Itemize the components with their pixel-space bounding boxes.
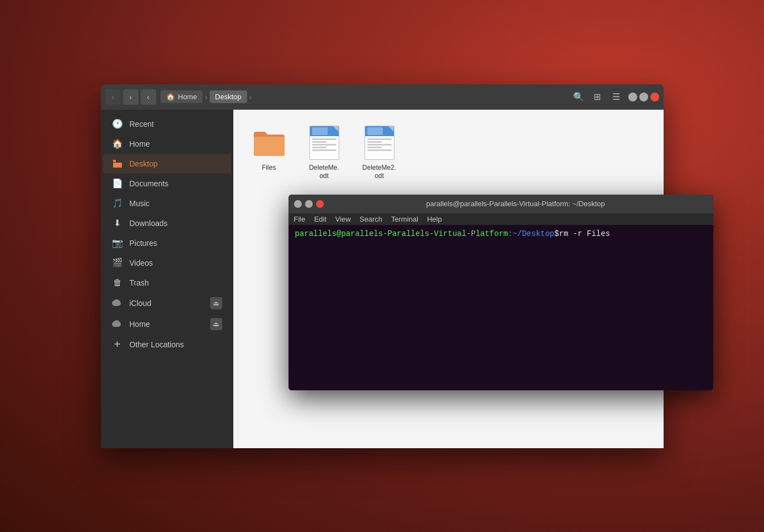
file-item-deleteme2[interactable]: DeleteMe2. odt	[355, 121, 404, 185]
svg-rect-1	[114, 299, 120, 305]
minimize-button[interactable]	[628, 93, 637, 101]
terminal-header: parallels@parallels-Parallels-Virtual-Pl…	[288, 195, 713, 213]
sidebar-item-trash[interactable]: 🗑 Trash	[103, 273, 231, 293]
sidebar-label-recent: Recent	[130, 120, 154, 128]
close-button[interactable]	[650, 93, 659, 101]
breadcrumb-home-label: Home	[178, 93, 197, 101]
terminal-prompt-line: parallels@parallels-Parallels-Virtual-Pl…	[295, 229, 707, 238]
folder-icon	[252, 125, 287, 160]
window-controls	[628, 93, 659, 101]
sidebar-item-recent[interactable]: 🕐 Recent	[103, 114, 231, 134]
odt-icon-1	[307, 125, 342, 160]
terminal-minimize-button[interactable]	[294, 200, 302, 208]
file-label-deleteme2: DeleteMe2. odt	[359, 164, 400, 181]
breadcrumb: 🏠 Home › Desktop ›	[161, 90, 253, 103]
sidebar-item-videos[interactable]: 🎬 Videos	[103, 253, 231, 273]
terminal-prompt-path: :~/Desktop	[508, 229, 554, 238]
music-icon: 🎵	[112, 198, 123, 209]
terminal-close-button[interactable]	[316, 200, 324, 208]
home-icon: 🏠	[112, 138, 123, 149]
sidebar-item-pictures[interactable]: 📷 Pictures	[103, 233, 231, 253]
forward-button[interactable]: ›	[123, 89, 138, 105]
file-label-files: Files	[262, 164, 276, 173]
sidebar-label-other-locations: Other Locations	[130, 340, 184, 349]
view-toggle-button[interactable]: ⊞	[590, 89, 605, 105]
up-button[interactable]: ‹	[141, 89, 156, 105]
file-label-deleteme1: DeleteMe. odt	[304, 164, 345, 181]
terminal-body[interactable]: parallels@parallels-Parallels-Virtual-Pl…	[288, 225, 713, 390]
terminal-maximize-button[interactable]	[305, 200, 313, 208]
pictures-icon: 📷	[112, 238, 123, 249]
other-locations-icon: +	[112, 339, 123, 350]
terminal-prompt-dollar: $	[554, 229, 559, 238]
trash-icon: 🗑	[112, 277, 123, 288]
sidebar-label-trash: Trash	[130, 278, 149, 287]
file-manager-header: ‹ › ‹ 🏠 Home › Desktop › 🔍 ⊞ ☰	[101, 84, 664, 110]
sidebar-label-desktop: Desktop	[130, 159, 158, 168]
terminal-window: parallels@parallels-Parallels-Virtual-Pl…	[288, 195, 713, 390]
downloads-icon: ⬇	[112, 218, 123, 229]
icloud-icon	[112, 298, 123, 309]
sidebar-item-home-drive[interactable]: Home ⏏	[103, 314, 231, 335]
sidebar-label-icloud: iCloud	[130, 299, 152, 308]
sidebar-label-documents: Documents	[130, 179, 169, 188]
breadcrumb-end-chevron: ›	[249, 93, 252, 101]
sidebar-item-icloud[interactable]: iCloud ⏏	[103, 293, 231, 314]
recent-icon: 🕐	[112, 119, 123, 130]
desktop-icon	[112, 158, 123, 169]
back-button[interactable]: ‹	[105, 89, 121, 105]
sidebar-label-home: Home	[130, 139, 150, 148]
sidebar-item-other-locations[interactable]: + Other Locations	[103, 335, 231, 354]
terminal-menu-help[interactable]: Help	[427, 215, 442, 223]
sidebar-item-downloads[interactable]: ⬇ Downloads	[103, 213, 231, 233]
sidebar: 🕐 Recent 🏠 Home Desktop 📄 Documents	[101, 110, 233, 448]
sidebar-label-videos: Videos	[130, 259, 153, 267]
home-icon: 🏠	[166, 93, 175, 101]
maximize-button[interactable]	[639, 93, 648, 101]
file-item-deleteme1[interactable]: DeleteMe. odt	[300, 121, 349, 185]
breadcrumb-home[interactable]: 🏠 Home	[161, 90, 203, 103]
terminal-menubar: File Edit View Search Terminal Help	[288, 213, 713, 225]
sidebar-label-music: Music	[130, 199, 150, 208]
sidebar-label-downloads: Downloads	[130, 219, 168, 228]
terminal-menu-file[interactable]: File	[294, 215, 306, 223]
odt-icon-2	[362, 125, 397, 160]
terminal-title: parallels@parallels-Parallels-Virtual-Pl…	[324, 200, 708, 208]
home-drive-eject-button[interactable]: ⏏	[210, 318, 222, 330]
sidebar-label-pictures: Pictures	[130, 239, 158, 248]
terminal-menu-search[interactable]: Search	[360, 215, 382, 223]
file-manager-window: ‹ › ‹ 🏠 Home › Desktop › 🔍 ⊞ ☰	[101, 84, 664, 448]
terminal-window-controls	[294, 200, 324, 208]
terminal-menu-terminal[interactable]: Terminal	[391, 215, 418, 223]
terminal-menu-edit[interactable]: Edit	[314, 215, 326, 223]
menu-button[interactable]: ☰	[608, 89, 624, 105]
header-actions: 🔍 ⊞ ☰	[571, 89, 624, 105]
sidebar-label-home-drive: Home	[130, 320, 150, 329]
terminal-menu-view[interactable]: View	[335, 215, 351, 223]
sidebar-item-music[interactable]: 🎵 Music	[103, 194, 231, 213]
videos-icon: 🎬	[112, 257, 123, 268]
documents-icon: 📄	[112, 178, 123, 189]
icloud-eject-button[interactable]: ⏏	[210, 297, 222, 309]
home-drive-icon	[112, 319, 123, 330]
sidebar-item-documents[interactable]: 📄 Documents	[103, 174, 231, 194]
breadcrumb-desktop-label: Desktop	[215, 93, 242, 101]
sidebar-item-desktop[interactable]: Desktop	[103, 154, 231, 174]
terminal-prompt-user: parallels@parallels-Parallels-Virtual-Pl…	[295, 229, 508, 238]
breadcrumb-separator: ›	[205, 93, 207, 101]
svg-rect-3	[114, 320, 120, 326]
file-item-files[interactable]: Files	[244, 121, 294, 185]
breadcrumb-desktop[interactable]: Desktop	[210, 90, 247, 103]
terminal-command: rm -r Files	[559, 229, 610, 238]
search-button[interactable]: 🔍	[571, 89, 586, 105]
sidebar-item-home[interactable]: 🏠 Home	[103, 134, 231, 154]
